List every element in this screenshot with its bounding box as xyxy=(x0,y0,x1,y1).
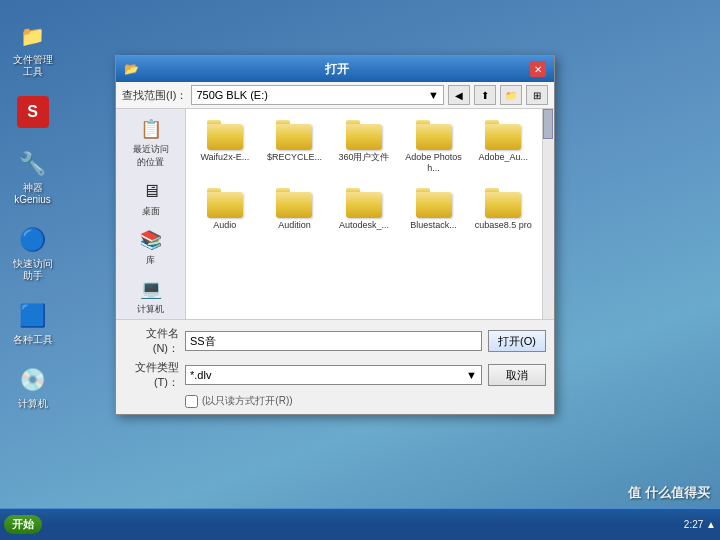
file-item-4[interactable]: Adobe_Au... xyxy=(470,115,536,179)
scrollbar-thumb[interactable] xyxy=(543,109,553,139)
genius-label: 神器kGenius xyxy=(14,182,51,206)
taskbar-right: 2:27 ▲ xyxy=(684,519,716,530)
computer-icon: 💿 xyxy=(17,364,49,396)
desktop-icon-computer[interactable]: 💿 计算机 xyxy=(5,364,60,410)
recent-icon: 📋 xyxy=(137,117,165,141)
file-grid: Waifu2x-E... $RECYCLE... xyxy=(192,115,536,235)
filename-input[interactable] xyxy=(185,331,482,351)
file-item-2[interactable]: 360用户文件 xyxy=(331,115,397,179)
sidebar-item-library[interactable]: 📚 库 xyxy=(116,224,185,271)
watermark: 值 什么值得买 xyxy=(628,484,710,502)
combo-arrow: ▼ xyxy=(428,89,439,101)
computer-sidebar-icon: 💻 xyxy=(137,277,165,301)
file-label-5: Audio xyxy=(213,220,236,231)
dialog-close-button[interactable]: ✕ xyxy=(530,61,546,77)
open-button[interactable]: 打开(O) xyxy=(488,330,546,352)
desktop-icon-s[interactable]: S xyxy=(5,96,60,130)
computer-label: 计算机 xyxy=(18,398,48,410)
folder-icon-1 xyxy=(276,120,312,150)
sidebar-item-computer[interactable]: 💻 计算机 xyxy=(116,273,185,320)
filetype-value: *.dlv xyxy=(190,369,211,381)
folder-icon-2 xyxy=(346,120,382,150)
file-item-7[interactable]: Autodesk_... xyxy=(331,183,397,236)
file-item-6[interactable]: Audition xyxy=(262,183,328,236)
dialog-titlebar: 📂 打开 ✕ xyxy=(116,56,554,82)
folder-icon-9 xyxy=(485,188,521,218)
new-folder-button[interactable]: 📁 xyxy=(500,85,522,105)
up-button[interactable]: ⬆ xyxy=(474,85,496,105)
file-item-3[interactable]: Adobe Photosh... xyxy=(401,115,467,179)
desktop-icon-blue[interactable]: 🔵 快速访问助手 xyxy=(5,224,60,282)
file-item-8[interactable]: Bluestack... xyxy=(401,183,467,236)
folder-icon-8 xyxy=(416,188,452,218)
dialog-location-bar: 查找范围(I)： 750G BLK (E:) ▼ ◀ ⬆ 📁 ⊞ xyxy=(116,82,554,109)
sidebar-item-recent[interactable]: 📋 最近访问的位置 xyxy=(116,113,185,173)
dialog-body: 📋 最近访问的位置 🖥 桌面 📚 库 💻 计算机 xyxy=(116,109,554,319)
folder-icon-4 xyxy=(485,120,521,150)
readonly-checkbox[interactable] xyxy=(185,395,198,408)
folder-icon-3 xyxy=(416,120,452,150)
desktop-icon-side: 🖥 xyxy=(137,179,165,203)
sidebar-item-desktop[interactable]: 🖥 桌面 xyxy=(116,175,185,222)
back-button[interactable]: ◀ xyxy=(448,85,470,105)
watermark-text: 值 什么值得买 xyxy=(628,485,710,500)
file-label-7: Autodesk_... xyxy=(339,220,389,231)
folder-icon-0 xyxy=(207,120,243,150)
dialog-title: 打开 xyxy=(325,61,349,78)
desktop-icon-tools[interactable]: 🟦 各种工具 xyxy=(5,300,60,346)
desktop-sidebar-label: 桌面 xyxy=(142,205,160,218)
open-file-dialog: 📂 打开 ✕ 查找范围(I)： 750G BLK (E:) ▼ ◀ ⬆ 📁 ⊞ … xyxy=(115,55,555,415)
filename-row: 文件名(N)： 打开(O) xyxy=(124,326,546,356)
file-label-9: cubase8.5 pro xyxy=(475,220,532,231)
file-label-4: Adobe_Au... xyxy=(478,152,528,163)
file-item-9[interactable]: cubase8.5 pro xyxy=(470,183,536,236)
file-item-1[interactable]: $RECYCLE... xyxy=(262,115,328,179)
file-label-6: Audition xyxy=(278,220,311,231)
dialog-footer: 文件名(N)： 打开(O) 文件类型(T)： *.dlv ▼ 取消 (以只读方式… xyxy=(116,319,554,414)
taskbar: 开始 2:27 ▲ xyxy=(0,508,720,540)
file-label-3: Adobe Photosh... xyxy=(404,152,464,174)
readonly-label: (以只读方式打开(R)) xyxy=(202,394,293,408)
desktop-icon-genius[interactable]: 🔧 神器kGenius xyxy=(5,148,60,206)
file-label-1: $RECYCLE... xyxy=(267,152,322,163)
file-label-0: Waifu2x-E... xyxy=(200,152,249,163)
library-label: 库 xyxy=(146,254,155,267)
file-item-5[interactable]: Audio xyxy=(192,183,258,236)
file-item-0[interactable]: Waifu2x-E... xyxy=(192,115,258,179)
filemanager-label: 文件管理工具 xyxy=(13,54,53,78)
tools-icon: 🟦 xyxy=(17,300,49,332)
folder-icon-7 xyxy=(346,188,382,218)
desktop-icon-filemanager[interactable]: 📁 文件管理工具 xyxy=(5,20,60,78)
filetype-label: 文件类型(T)： xyxy=(124,360,179,390)
location-combo[interactable]: 750G BLK (E:) ▼ xyxy=(191,85,444,105)
cancel-button[interactable]: 取消 xyxy=(488,364,546,386)
blue-label: 快速访问助手 xyxy=(13,258,53,282)
readonly-row: (以只读方式打开(R)) xyxy=(185,394,546,408)
s-icon: S xyxy=(17,96,49,128)
filetype-arrow: ▼ xyxy=(466,369,477,381)
genius-icon: 🔧 xyxy=(17,148,49,180)
computer-sidebar-label: 计算机 xyxy=(137,303,164,316)
blue-icon: 🔵 xyxy=(17,224,49,256)
taskbar-time: 2:27 ▲ xyxy=(684,519,716,530)
location-label: 查找范围(I)： xyxy=(122,88,187,103)
folder-icon-5 xyxy=(207,188,243,218)
file-label-2: 360用户文件 xyxy=(338,152,389,163)
location-value: 750G BLK (E:) xyxy=(196,89,268,101)
dialog-sidebar: 📋 最近访问的位置 🖥 桌面 📚 库 💻 计算机 xyxy=(116,109,186,319)
file-label-8: Bluestack... xyxy=(410,220,457,231)
start-button[interactable]: 开始 xyxy=(4,515,42,534)
view-button[interactable]: ⊞ xyxy=(526,85,548,105)
filetype-combo[interactable]: *.dlv ▼ xyxy=(185,365,482,385)
filename-label: 文件名(N)： xyxy=(124,326,179,356)
scrollbar[interactable] xyxy=(542,109,554,319)
filetype-row: 文件类型(T)： *.dlv ▼ 取消 xyxy=(124,360,546,390)
folder-icon-6 xyxy=(276,188,312,218)
dialog-content-area[interactable]: Waifu2x-E... $RECYCLE... xyxy=(186,109,542,319)
library-icon: 📚 xyxy=(137,228,165,252)
desktop-icons: 📁 文件管理工具 S 🔧 神器kGenius 🔵 快速访问助手 🟦 各种工具 💿… xyxy=(5,20,60,410)
filemanager-icon: 📁 xyxy=(17,20,49,52)
tools-label: 各种工具 xyxy=(13,334,53,346)
dialog-title-icon: 📂 xyxy=(124,62,139,76)
recent-label: 最近访问的位置 xyxy=(133,143,169,169)
